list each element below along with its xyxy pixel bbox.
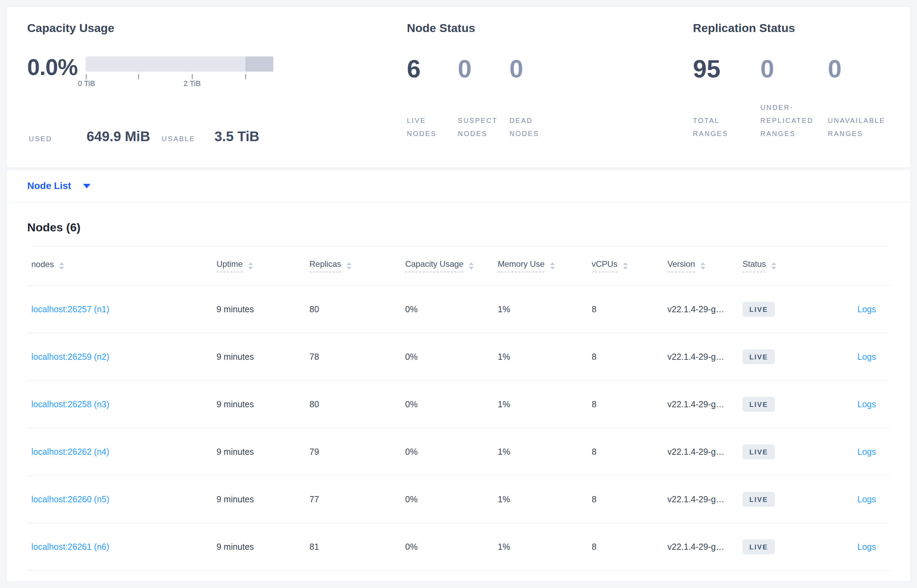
nodes-table-card: Nodes (6) nodes Uptime Replicas Capacity… bbox=[6, 202, 911, 582]
logs-link[interactable]: Logs bbox=[857, 494, 876, 504]
node-list-dropdown-label: Node List bbox=[27, 180, 71, 191]
used-value: 649.9 MiB bbox=[87, 129, 150, 144]
capacity-used-usable-row: USED 649.9 MiB USABLE 3.5 TiB bbox=[27, 129, 407, 144]
node-address-link[interactable]: localhost:26257 (n1) bbox=[31, 304, 110, 314]
column-header-replicas[interactable]: Replicas bbox=[310, 259, 405, 272]
node-status-section: Node Status 6 LIVE NODES 0 SUSPECT NODES… bbox=[407, 22, 693, 168]
vcpus-cell: 8 bbox=[592, 542, 667, 552]
logs-link[interactable]: Logs bbox=[857, 399, 876, 409]
logs-link[interactable]: Logs bbox=[857, 352, 876, 362]
node-list-dropdown[interactable]: Node List bbox=[27, 180, 90, 191]
view-selector-bar: Node List bbox=[6, 170, 911, 202]
column-header-capacity-usage[interactable]: Capacity Usage bbox=[405, 259, 498, 272]
axis-tick-2tib bbox=[192, 74, 193, 79]
capacity-gauge: 0.0% 0 TiB 2 TiB bbox=[27, 56, 407, 89]
capacity-usage-title: Capacity Usage bbox=[27, 22, 407, 34]
uptime-cell: 9 minutes bbox=[216, 494, 310, 504]
replication-stats: 95 TOTAL RANGES 0 UNDER- REPLICATED RANG… bbox=[693, 57, 911, 168]
total-ranges-value: 95 bbox=[693, 57, 760, 81]
table-row: localhost:26262 (n4) 9 minutes 79 0% 1% … bbox=[27, 428, 890, 476]
memory-use-cell: 1% bbox=[498, 304, 592, 314]
node-address-link[interactable]: localhost:26259 (n2) bbox=[31, 352, 110, 362]
version-cell: v22.1.4-29-g… bbox=[667, 447, 743, 457]
column-header-version[interactable]: Version bbox=[667, 259, 743, 272]
replicas-cell: 80 bbox=[310, 399, 405, 409]
sort-icon bbox=[701, 262, 705, 270]
status-badge: LIVE bbox=[743, 349, 775, 364]
total-ranges-stat: 95 TOTAL RANGES bbox=[693, 57, 760, 168]
logs-link[interactable]: Logs bbox=[857, 447, 876, 457]
capacity-usage-cell: 0% bbox=[405, 542, 498, 552]
uptime-cell: 9 minutes bbox=[216, 399, 310, 409]
sort-icon bbox=[623, 262, 628, 270]
sort-icon bbox=[248, 262, 253, 270]
logs-link[interactable]: Logs bbox=[857, 304, 876, 314]
capacity-usage-cell: 0% bbox=[405, 447, 498, 457]
usable-value: 3.5 TiB bbox=[215, 129, 259, 144]
dead-nodes-stat: 0 DEAD NODES bbox=[509, 57, 572, 168]
status-badge: LIVE bbox=[743, 444, 775, 459]
unavailable-ranges-label: UNAVAILABLE RANGES bbox=[828, 114, 911, 140]
node-status-stats: 6 LIVE NODES 0 SUSPECT NODES 0 DEAD NODE… bbox=[407, 57, 693, 168]
usable-label: USABLE bbox=[162, 135, 195, 143]
used-label: USED bbox=[29, 135, 52, 143]
table-row: localhost:26260 (n5) 9 minutes 77 0% 1% … bbox=[27, 476, 890, 523]
capacity-usage-cell: 0% bbox=[405, 494, 498, 504]
capacity-usage-section: Capacity Usage 0.0% 0 TiB 2 TiB bbox=[27, 22, 407, 168]
sort-icon bbox=[772, 262, 776, 270]
uptime-cell: 9 minutes bbox=[216, 352, 310, 362]
replicas-cell: 79 bbox=[310, 447, 405, 457]
column-header-vcpus[interactable]: vCPUs bbox=[592, 259, 667, 272]
memory-use-cell: 1% bbox=[498, 447, 592, 457]
node-address-link[interactable]: localhost:26258 (n3) bbox=[31, 399, 110, 409]
status-badge: LIVE bbox=[743, 397, 775, 412]
cluster-summary-card: Capacity Usage 0.0% 0 TiB 2 TiB bbox=[6, 6, 911, 168]
table-row: localhost:26261 (n6) 9 minutes 81 0% 1% … bbox=[27, 523, 890, 571]
replication-status-section: Replication Status 95 TOTAL RANGES 0 UND… bbox=[693, 22, 911, 168]
column-header-memory-use[interactable]: Memory Use bbox=[498, 259, 592, 272]
sort-icon bbox=[347, 262, 352, 270]
dead-nodes-label: DEAD NODES bbox=[509, 114, 572, 140]
capacity-axis-labels: 0 TiB 2 TiB bbox=[86, 79, 273, 89]
capacity-percent-value: 0.0% bbox=[27, 56, 86, 89]
capacity-axis-ticks bbox=[86, 72, 273, 79]
sort-icon bbox=[59, 262, 64, 270]
vcpus-cell: 8 bbox=[592, 399, 667, 409]
axis-label-2tib: 2 TiB bbox=[184, 79, 201, 88]
capacity-bar-chart: 0 TiB 2 TiB bbox=[86, 57, 273, 89]
sort-icon bbox=[469, 262, 474, 270]
capacity-bar-track bbox=[86, 57, 273, 72]
node-address-link[interactable]: localhost:26260 (n5) bbox=[31, 494, 110, 504]
replication-status-title: Replication Status bbox=[693, 22, 911, 34]
version-cell: v22.1.4-29-g… bbox=[667, 352, 743, 362]
memory-use-cell: 1% bbox=[498, 494, 592, 504]
vcpus-cell: 8 bbox=[592, 352, 667, 362]
logs-link[interactable]: Logs bbox=[857, 542, 876, 551]
column-header-status[interactable]: Status bbox=[743, 259, 818, 272]
replicas-cell: 80 bbox=[310, 304, 405, 314]
column-header-uptime[interactable]: Uptime bbox=[216, 259, 310, 272]
capacity-usage-cell: 0% bbox=[405, 304, 498, 314]
capacity-usage-cell: 0% bbox=[405, 399, 498, 409]
memory-use-cell: 1% bbox=[498, 399, 592, 409]
status-badge: LIVE bbox=[743, 540, 775, 554]
total-ranges-label: TOTAL RANGES bbox=[693, 114, 760, 140]
node-address-link[interactable]: localhost:26261 (n6) bbox=[31, 542, 110, 551]
node-address-link[interactable]: localhost:26262 (n4) bbox=[31, 447, 110, 457]
unavailable-ranges-stat: 0 UNAVAILABLE RANGES bbox=[828, 57, 911, 168]
nodes-table-title: Nodes (6) bbox=[27, 220, 890, 234]
node-status-title: Node Status bbox=[407, 22, 693, 34]
status-badge: LIVE bbox=[743, 492, 775, 507]
axis-tick-3tib bbox=[245, 74, 246, 79]
axis-label-0tib: 0 TiB bbox=[78, 79, 95, 88]
vcpus-cell: 8 bbox=[592, 304, 667, 314]
table-row: localhost:26257 (n1) 9 minutes 80 0% 1% … bbox=[27, 286, 890, 333]
version-cell: v22.1.4-29-g… bbox=[667, 494, 743, 504]
memory-use-cell: 1% bbox=[498, 352, 592, 362]
live-nodes-stat: 6 LIVE NODES bbox=[407, 57, 458, 168]
memory-use-cell: 1% bbox=[498, 542, 592, 552]
capacity-bar-overflow-segment bbox=[245, 57, 273, 72]
suspect-nodes-value: 0 bbox=[458, 57, 509, 81]
version-cell: v22.1.4-29-g… bbox=[667, 542, 743, 552]
column-header-nodes[interactable]: nodes bbox=[27, 260, 216, 272]
